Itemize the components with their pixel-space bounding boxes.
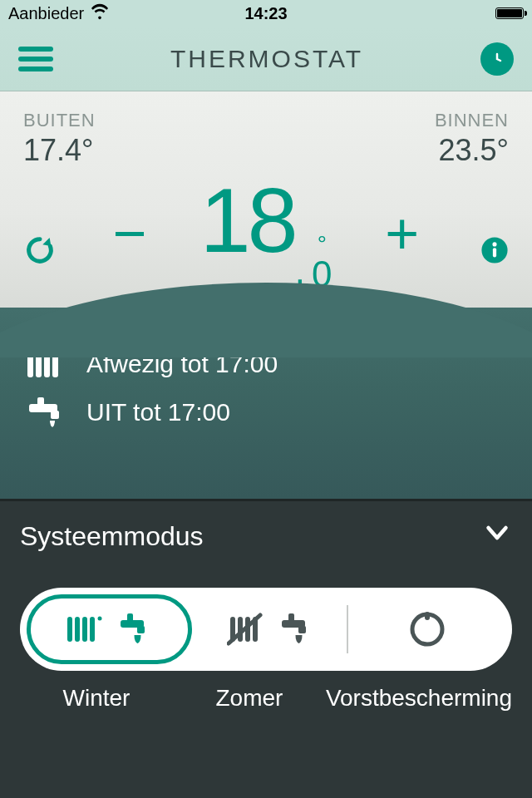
mode-selector bbox=[20, 588, 512, 671]
mode-option-summer[interactable] bbox=[192, 594, 349, 664]
wifi-icon bbox=[91, 2, 109, 25]
setpoint-whole: 18 bbox=[200, 175, 294, 266]
svg-rect-29 bbox=[425, 612, 430, 620]
decrease-button[interactable]: − bbox=[101, 200, 159, 267]
carrier-label: Aanbieder bbox=[8, 4, 84, 23]
mode-labels: Winter Zomer Vorstbescherming bbox=[20, 684, 512, 712]
svg-point-16 bbox=[98, 617, 102, 621]
svg-rect-13 bbox=[75, 617, 80, 642]
schedule-button[interactable] bbox=[480, 42, 514, 76]
outside-temp: BUITEN 17.4° bbox=[23, 110, 96, 168]
svg-point-3 bbox=[492, 242, 496, 246]
svg-rect-11 bbox=[51, 411, 59, 419]
mode-label-winter: Winter bbox=[20, 684, 173, 712]
svg-rect-2 bbox=[493, 248, 496, 257]
svg-rect-19 bbox=[137, 626, 145, 633]
inside-value: 23.5° bbox=[435, 133, 509, 168]
water-status-text: UIT tot 17:00 bbox=[86, 398, 230, 426]
outside-value: 17.4° bbox=[23, 133, 96, 168]
battery-icon bbox=[495, 7, 524, 19]
tap-icon bbox=[25, 396, 68, 429]
svg-rect-14 bbox=[82, 617, 87, 642]
mode-option-winter[interactable] bbox=[27, 594, 192, 664]
svg-rect-27 bbox=[298, 626, 306, 633]
info-button[interactable] bbox=[472, 232, 509, 268]
svg-rect-15 bbox=[90, 617, 95, 642]
inside-temp: BINNEN 23.5° bbox=[435, 110, 509, 168]
svg-rect-26 bbox=[288, 613, 294, 622]
temperature-panel: BUITEN 17.4° BINNEN 23.5° − 18 . ° 0 + bbox=[0, 91, 532, 308]
menu-button[interactable] bbox=[18, 42, 53, 76]
increase-button[interactable]: + bbox=[373, 200, 431, 267]
setpoint-degree: ° bbox=[318, 233, 327, 256]
svg-rect-12 bbox=[67, 617, 72, 642]
page-title: THERMOSTAT bbox=[170, 45, 363, 73]
clock-time: 14:23 bbox=[244, 4, 287, 23]
outside-label: BUITEN bbox=[23, 110, 96, 131]
app-header: THERMOSTAT bbox=[0, 27, 532, 91]
svg-rect-10 bbox=[37, 397, 44, 406]
refresh-button[interactable] bbox=[23, 232, 60, 268]
wave-divider bbox=[0, 274, 532, 357]
mode-label-frost: Vorstbescherming bbox=[326, 684, 512, 712]
mode-label-summer: Zomer bbox=[173, 684, 326, 712]
water-status-row: UIT tot 17:00 bbox=[25, 396, 507, 429]
system-mode-panel: Systeemmodus bbox=[0, 499, 532, 798]
chevron-down-icon bbox=[482, 518, 512, 554]
status-bar: Aanbieder 14:23 bbox=[0, 0, 532, 27]
svg-rect-18 bbox=[127, 613, 133, 622]
inside-label: BINNEN bbox=[435, 110, 509, 131]
mode-option-frost[interactable] bbox=[348, 594, 505, 664]
system-mode-header[interactable]: Systeemmodus bbox=[20, 518, 512, 554]
system-mode-title: Systeemmodus bbox=[20, 521, 204, 552]
